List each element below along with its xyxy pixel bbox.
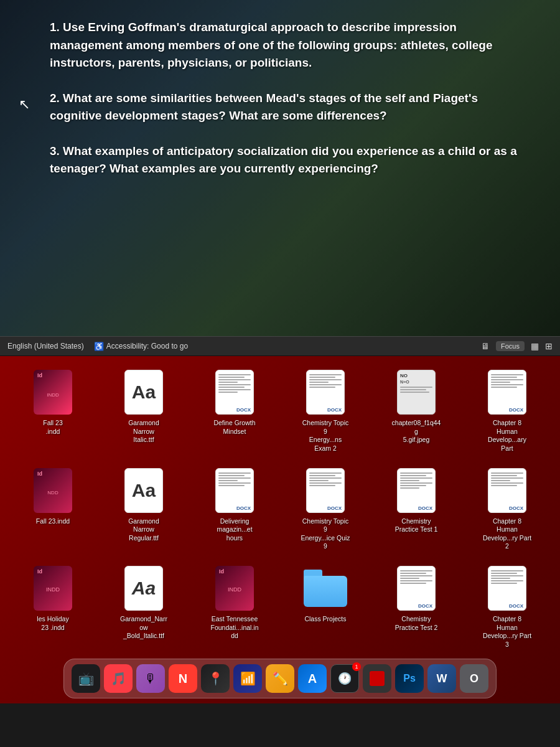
file-chemistry-topic9-exam2[interactable]: DOCX Chemistry Topic 9Energy...ns Exam 2 bbox=[282, 365, 368, 456]
pages-icon: ✏️ bbox=[273, 671, 288, 686]
file-chemistry-practice-test1[interactable]: DOCX ChemistryPractice Test 1 bbox=[373, 463, 459, 554]
file-icon-docx4: DOCX bbox=[304, 466, 347, 515]
cursor-icon: ↖ bbox=[19, 96, 30, 113]
file-icon-indd2: Id NDD bbox=[31, 466, 75, 515]
photoshop-icon: Ps bbox=[403, 673, 416, 684]
grid-icon: ▦ bbox=[531, 341, 539, 351]
status-right: 🖥 Focus ▦ ⊞ bbox=[481, 341, 553, 351]
focus-button[interactable]: Focus bbox=[496, 341, 525, 351]
language-label: English (United States) bbox=[7, 342, 84, 350]
dock-badge: 1 bbox=[352, 662, 361, 671]
file-label: Garamond NarrowItalic.ttf bbox=[119, 419, 169, 444]
question-3: 3. What examples of anticipatory sociali… bbox=[50, 143, 523, 178]
file-garamond-italic[interactable]: Aa Garamond NarrowItalic.ttf bbox=[101, 365, 187, 456]
dock-findmy[interactable]: 📍 bbox=[201, 664, 230, 693]
file-icon-indd4: Id INDD bbox=[213, 563, 256, 613]
file-label: Class Projects bbox=[304, 615, 346, 624]
file-label: Garamond_Narrow_Bold_Italic.ttf bbox=[119, 615, 169, 641]
file-label: Chapter 8 HumanDevelop...ry Part 2 bbox=[482, 517, 532, 552]
dock-pages[interactable]: ✏️ bbox=[266, 664, 294, 693]
file-icon-docx: DOCX bbox=[304, 367, 347, 417]
question-2: 2. What are some similarities between Me… bbox=[50, 90, 523, 125]
desktop: Id INDD Fall 23.indd Aa Garamond NarrowI… bbox=[0, 356, 560, 703]
file-les-holiday-indd[interactable]: Id INDD les Holiday23 .indd bbox=[10, 561, 96, 652]
file-icon-docx: DOCX bbox=[485, 367, 529, 417]
monitor-icon: 🖥 bbox=[481, 341, 490, 351]
file-chapter8-part3[interactable]: DOCX Chapter 8 HumanDevelop...ry Part 3 bbox=[464, 561, 550, 652]
file-icon-docx7: DOCX bbox=[394, 563, 438, 613]
dock-music[interactable]: 🎵 bbox=[104, 664, 133, 693]
other-icon: O bbox=[470, 672, 478, 685]
file-chapter08-jpeg[interactable]: NO N≡O chapter08_f1q44g5.gif.jpeg bbox=[373, 365, 459, 456]
accessibility-text: Accessibility: Good to go bbox=[106, 342, 188, 350]
status-left: English (United States) ♿ Accessibility:… bbox=[7, 342, 188, 351]
word-icon: W bbox=[437, 672, 447, 685]
file-label: East TennesseeFoundati...inal.indd bbox=[210, 615, 259, 641]
datajar-icon: 📶 bbox=[240, 671, 256, 686]
file-icon-jpeg: NO N≡O bbox=[394, 367, 438, 417]
dock-stop[interactable] bbox=[363, 664, 391, 693]
dock: 📺 🎵 🎙 N 📍 📶 ✏️ A 🕐 1 bbox=[63, 659, 497, 698]
file-east-tennessee-indd[interactable]: Id INDD East TennesseeFoundati...inal.in… bbox=[192, 561, 278, 652]
file-chapter8-part2[interactable]: DOCX Chapter 8 HumanDevelop...ry Part 2 bbox=[464, 463, 550, 554]
findmy-icon: 📍 bbox=[208, 671, 223, 686]
dock-instruments[interactable]: A bbox=[298, 664, 327, 693]
file-chemistry-topic9-quiz9[interactable]: DOCX Chemistry Topic 9Energy...ice Quiz … bbox=[282, 463, 368, 554]
file-label: Garamond NarrowRegular.ttf bbox=[119, 517, 169, 543]
file-grid: Id INDD Fall 23.indd Aa Garamond NarrowI… bbox=[10, 365, 550, 652]
accessibility-icon: ♿ bbox=[94, 342, 104, 351]
file-label: les Holiday23 .indd bbox=[37, 615, 68, 632]
music-icon: 🎵 bbox=[111, 671, 126, 686]
file-icon-font: Aa bbox=[122, 367, 166, 417]
file-icon-docx3: DOCX bbox=[213, 466, 256, 515]
file-icon-docx6: DOCX bbox=[485, 466, 529, 515]
accessibility-status: ♿ Accessibility: Good to go bbox=[94, 342, 188, 351]
dock-word[interactable]: W bbox=[427, 664, 456, 693]
podcasts-icon: 🎙 bbox=[144, 672, 157, 686]
share-icon: ⊞ bbox=[545, 341, 553, 351]
file-label: chapter08_f1q44g5.gif.jpeg bbox=[391, 419, 441, 444]
file-icon-font2: Aa bbox=[122, 466, 166, 515]
question-1: 1. Use Erving Goffman's dramaturgical ap… bbox=[50, 19, 523, 72]
presentation-slide: ↖ 1. Use Erving Goffman's dramaturgical … bbox=[0, 0, 560, 336]
file-garamond-regular[interactable]: Aa Garamond NarrowRegular.ttf bbox=[101, 463, 187, 554]
clock-icon: 🕐 bbox=[338, 672, 352, 685]
file-define-growth[interactable]: DOCX Define GrowthMindset bbox=[192, 365, 278, 456]
file-icon-docx8: DOCX bbox=[485, 563, 529, 613]
focus-label: Focus bbox=[501, 342, 520, 350]
status-bar: English (United States) ♿ Accessibility:… bbox=[0, 336, 560, 356]
file-label: Define GrowthMindset bbox=[213, 419, 255, 436]
file-label: Chapter 8 HumanDevelop...ary Part bbox=[482, 419, 532, 453]
file-icon-font3: Aa bbox=[122, 563, 166, 613]
file-icon-docx: DOCX bbox=[213, 367, 256, 417]
stop-icon bbox=[370, 671, 385, 686]
dock-news[interactable]: N bbox=[169, 664, 197, 693]
dock-other[interactable]: O bbox=[460, 664, 488, 693]
file-label: Chemistry Topic 9Energy...ice Quiz 9 bbox=[301, 517, 350, 552]
dock-clock[interactable]: 🕐 1 bbox=[330, 664, 359, 693]
file-fall23-indd2[interactable]: Id NDD Fall 23.indd bbox=[10, 463, 96, 554]
file-label: ChemistryPractice Test 1 bbox=[395, 517, 438, 534]
file-label: Chapter 8 HumanDevelop...ry Part 3 bbox=[482, 615, 532, 649]
appletv-icon: 📺 bbox=[78, 671, 94, 686]
file-label: Fall 23.indd bbox=[43, 419, 63, 436]
dock-datajar[interactable]: 📶 bbox=[233, 664, 262, 693]
file-icon-folder bbox=[304, 563, 347, 613]
file-class-projects[interactable]: Class Projects bbox=[282, 561, 368, 652]
news-icon: N bbox=[179, 672, 187, 686]
dock-podcasts[interactable]: 🎙 bbox=[136, 664, 165, 693]
dock-photoshop[interactable]: Ps bbox=[395, 664, 424, 693]
file-chemistry-practice-test2[interactable]: DOCX ChemistryPractice Test 2 bbox=[373, 561, 459, 652]
file-delivering[interactable]: DOCX Deliveringmagazin...et hours bbox=[192, 463, 278, 554]
question-2-text: 2. What are some similarities between Me… bbox=[50, 90, 523, 125]
dock-appletv[interactable]: 📺 bbox=[72, 664, 100, 693]
file-label: Fall 23.indd bbox=[36, 517, 70, 526]
question-3-text: 3. What examples of anticipatory sociali… bbox=[50, 143, 523, 178]
file-chapter8-part1[interactable]: DOCX Chapter 8 HumanDevelop...ary Part bbox=[464, 365, 550, 456]
file-garamond-bold-italic[interactable]: Aa Garamond_Narrow_Bold_Italic.ttf bbox=[101, 561, 187, 652]
instruments-icon: A bbox=[308, 672, 317, 686]
file-label: Chemistry Topic 9Energy...ns Exam 2 bbox=[301, 419, 350, 453]
file-fall23-indd[interactable]: Id INDD Fall 23.indd bbox=[10, 365, 96, 456]
file-label: ChemistryPractice Test 2 bbox=[395, 615, 438, 632]
file-icon-docx5: DOCX bbox=[394, 466, 438, 515]
